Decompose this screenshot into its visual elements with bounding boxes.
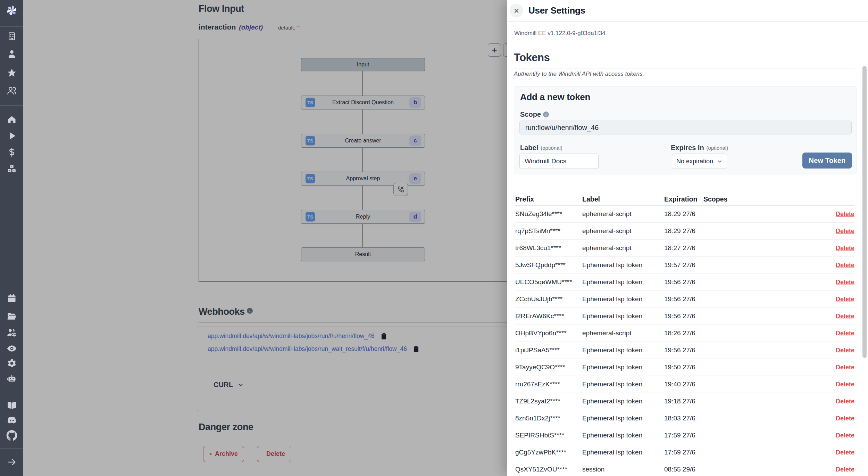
token-label: Ephemeral lsp token <box>582 449 664 456</box>
token-label: ephemeral-script <box>582 329 664 337</box>
dollar-icon[interactable] <box>7 147 17 157</box>
label-label-text: Label <box>520 144 538 152</box>
token-label-input[interactable] <box>519 154 599 169</box>
token-prefix: ZCcbUsJUjb**** <box>515 295 582 303</box>
token-expiration: 18:03 27/6 <box>664 415 703 422</box>
token-label: Ephemeral lsp token <box>582 432 664 439</box>
token-row: OHpBVYpo6n**** ephemeral-script 18:26 27… <box>515 325 854 342</box>
token-prefix: UECO5qeWMU**** <box>515 278 582 286</box>
optional-hint: (optional) <box>707 145 728 151</box>
windmill-app: Flow Input interaction (object) default:… <box>0 0 868 476</box>
token-row: SNuZeg34le**** ephemeral-script 18:29 27… <box>515 206 854 223</box>
delete-token-link[interactable]: Delete <box>836 381 854 388</box>
expiration-select[interactable]: No expiration <box>672 154 727 169</box>
user-settings-drawer: × User Settings Windmill EE v1.122.0-9-g… <box>507 0 868 476</box>
token-prefix: QsXY51ZvOU**** <box>515 466 582 473</box>
tokens-divider <box>514 68 855 68</box>
token-prefix: tr68WL3cu1**** <box>515 244 582 252</box>
delete-token-link[interactable]: Delete <box>836 466 854 473</box>
token-label: Ephemeral lsp token <box>582 415 664 422</box>
users-icon[interactable] <box>7 85 17 96</box>
drawer-scrollbar[interactable] <box>862 66 867 358</box>
token-expiration: 19:56 27/6 <box>664 312 703 320</box>
token-label: Ephemeral lsp token <box>582 363 664 371</box>
token-row: tr68WL3cu1**** ephemeral-script 18:27 27… <box>515 240 854 257</box>
person-icon[interactable] <box>7 49 17 59</box>
token-label: ephemeral-script <box>582 244 664 252</box>
star-icon[interactable] <box>7 68 17 78</box>
scope-input[interactable] <box>519 121 852 134</box>
token-label: Ephemeral lsp token <box>582 346 664 354</box>
new-token-button[interactable]: New Token <box>802 153 852 169</box>
github-icon[interactable] <box>6 430 17 441</box>
delete-token-link[interactable]: Delete <box>836 296 854 303</box>
token-label: Ephemeral lsp token <box>582 261 664 269</box>
delete-token-link[interactable]: Delete <box>836 449 854 456</box>
optional-hint: (optional) <box>541 145 562 151</box>
token-expiration: 19:18 27/6 <box>664 397 703 405</box>
delete-token-link[interactable]: Delete <box>836 415 854 422</box>
delete-token-link[interactable]: Delete <box>836 262 854 269</box>
add-token-title: Add a new token <box>520 92 590 102</box>
delete-token-link[interactable]: Delete <box>836 364 854 371</box>
book-icon[interactable] <box>7 400 17 411</box>
play-icon[interactable] <box>7 131 16 140</box>
building-icon[interactable] <box>7 32 16 41</box>
token-row: rq7pSTsiMn**** ephemeral-script 18:29 27… <box>515 223 854 240</box>
token-prefix: i1piJPSaA5**** <box>515 346 582 354</box>
token-row: QsXY51ZvOU**** session 08:55 29/6 Delete <box>515 461 854 476</box>
home-icon[interactable] <box>7 115 17 124</box>
discord-icon[interactable] <box>7 415 17 426</box>
token-row: 9TayyeQC9O**** Ephemeral lsp token 19:50… <box>515 359 854 376</box>
token-row: I2RErAW6Kc**** Ephemeral lsp token 19:56… <box>515 308 854 325</box>
tokens-subtitle: Authentify to the Windmill API with acce… <box>514 71 644 77</box>
col-header-expiration: Expiration <box>664 195 703 203</box>
sidebar <box>0 0 23 476</box>
boxes-icon[interactable] <box>7 164 17 174</box>
sidebar-divider <box>0 448 23 449</box>
delete-token-link[interactable]: Delete <box>836 228 854 235</box>
token-expiration: 18:26 27/6 <box>664 329 703 337</box>
token-expiration: 19:56 27/6 <box>664 346 703 354</box>
eye-icon[interactable] <box>7 343 17 354</box>
token-label: ephemeral-script <box>582 210 664 218</box>
users-gear-icon[interactable] <box>7 327 17 338</box>
sidebar-divider <box>0 26 23 27</box>
token-expiration: 19:40 27/6 <box>664 380 703 388</box>
token-expiration: 19:56 27/6 <box>664 295 703 303</box>
token-expiration: 19:56 27/6 <box>664 278 703 286</box>
token-expiration: 17:59 27/6 <box>664 432 703 439</box>
token-prefix: SEPIRSHbtS**** <box>515 432 582 439</box>
chevron-down-icon <box>717 158 723 164</box>
token-prefix: 8zn5n1Dx2j**** <box>515 415 582 422</box>
col-header-label: Label <box>582 195 664 203</box>
arrow-right-icon[interactable] <box>7 457 17 467</box>
delete-token-link[interactable]: Delete <box>836 211 854 218</box>
windmill-logo-icon[interactable] <box>6 4 18 17</box>
delete-token-link[interactable]: Delete <box>836 347 854 354</box>
folder-open-icon[interactable] <box>7 311 17 321</box>
col-header-prefix: Prefix <box>515 195 582 203</box>
token-row: 5JwSFQpddp**** Ephemeral lsp token 19:57… <box>515 257 854 274</box>
token-expiration: 19:57 27/6 <box>664 261 703 269</box>
token-prefix: I2RErAW6Kc**** <box>515 312 582 320</box>
token-expiration: 18:29 27/6 <box>664 210 703 218</box>
delete-token-link[interactable]: Delete <box>836 330 854 337</box>
bot-icon[interactable] <box>7 373 17 384</box>
scope-field-label: Scope i <box>520 110 549 118</box>
token-row: ZCcbUsJUjb**** Ephemeral lsp token 19:56… <box>515 291 854 308</box>
delete-token-link[interactable]: Delete <box>836 313 854 320</box>
calendar-icon[interactable] <box>7 294 17 303</box>
token-row: 8zn5n1Dx2j**** Ephemeral lsp token 18:03… <box>515 410 854 427</box>
gear-icon[interactable] <box>7 358 17 368</box>
token-prefix: gCg5YzwPbK**** <box>515 449 582 456</box>
label-field-label: Label (optional) <box>520 144 562 152</box>
drawer-title: User Settings <box>528 5 585 16</box>
close-icon[interactable]: × <box>510 4 523 17</box>
delete-token-link[interactable]: Delete <box>836 245 854 252</box>
delete-token-link[interactable]: Delete <box>836 398 854 405</box>
delete-token-link[interactable]: Delete <box>836 279 854 286</box>
drawer-header: × User Settings <box>507 0 868 22</box>
delete-token-link[interactable]: Delete <box>836 432 854 439</box>
info-icon[interactable]: i <box>543 112 549 117</box>
